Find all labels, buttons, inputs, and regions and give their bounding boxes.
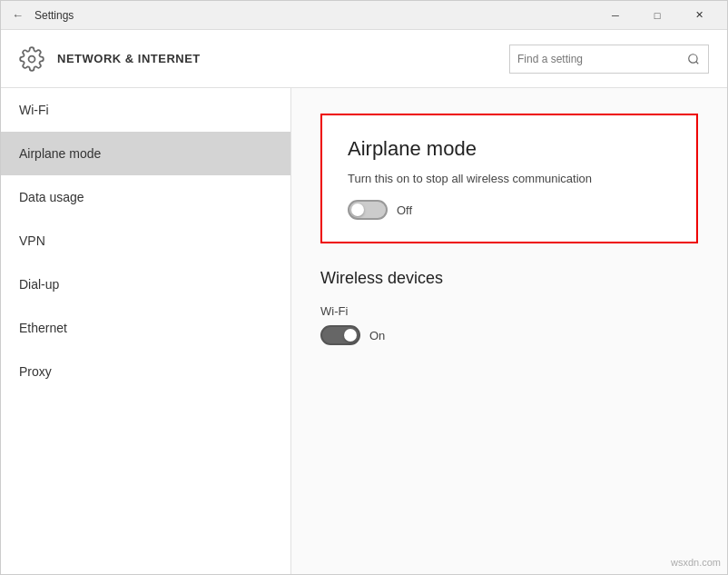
wifi-device-label: Wi-Fi <box>320 304 698 318</box>
sidebar-item-datausage[interactable]: Data usage <box>1 175 290 219</box>
airplane-toggle-label: Off <box>397 203 412 217</box>
main-panel: Airplane mode Turn this on to stop all w… <box>291 88 727 574</box>
sidebar-item-airplane[interactable]: Airplane mode <box>1 132 290 175</box>
title-bar-title: Settings <box>34 9 74 22</box>
airplane-toggle-track <box>348 200 388 220</box>
settings-icon <box>19 46 44 72</box>
search-icon <box>679 45 708 74</box>
close-button[interactable]: ✕ <box>678 1 720 30</box>
watermark: wsxdn.com <box>671 557 721 568</box>
sidebar-item-vpn[interactable]: VPN <box>1 219 290 263</box>
sidebar-item-dialup[interactable]: Dial-up <box>1 263 290 306</box>
airplane-mode-description: Turn this on to stop all wireless commun… <box>348 172 671 185</box>
wifi-device: Wi-Fi On <box>320 304 698 345</box>
svg-point-1 <box>689 54 697 62</box>
sidebar: Wi-Fi Airplane mode Data usage VPN Dial-… <box>1 88 291 574</box>
wifi-toggle[interactable] <box>320 325 360 345</box>
svg-line-2 <box>696 61 699 64</box>
header: NETWORK & INTERNET <box>1 30 727 88</box>
search-box <box>509 45 709 74</box>
wireless-devices-title: Wireless devices <box>320 269 698 288</box>
wifi-toggle-track <box>320 325 360 345</box>
title-bar-controls: ─ □ ✕ <box>595 1 720 30</box>
airplane-mode-title: Airplane mode <box>348 137 671 161</box>
settings-window: ← Settings ─ □ ✕ NETWORK & INTERNET <box>0 0 728 575</box>
wifi-toggle-row: On <box>320 325 698 345</box>
airplane-toggle-row: Off <box>348 200 671 220</box>
search-input[interactable] <box>510 53 679 65</box>
sidebar-item-proxy[interactable]: Proxy <box>1 350 290 393</box>
back-button[interactable]: ← <box>8 6 27 24</box>
airplane-mode-toggle[interactable] <box>348 200 388 220</box>
airplane-toggle-knob <box>351 203 364 216</box>
svg-point-0 <box>29 55 35 62</box>
airplane-mode-card: Airplane mode Turn this on to stop all w… <box>320 114 698 243</box>
header-title: NETWORK & INTERNET <box>57 52 497 65</box>
sidebar-item-ethernet[interactable]: Ethernet <box>1 306 290 350</box>
wifi-toggle-label: On <box>369 329 385 342</box>
minimize-button[interactable]: ─ <box>595 1 636 30</box>
maximize-button[interactable]: □ <box>636 1 678 30</box>
title-bar-left: ← Settings <box>8 6 595 24</box>
title-bar: ← Settings ─ □ ✕ <box>1 1 727 30</box>
sidebar-item-wifi[interactable]: Wi-Fi <box>1 88 290 132</box>
wifi-toggle-knob <box>344 329 357 342</box>
content-area: Wi-Fi Airplane mode Data usage VPN Dial-… <box>1 88 727 574</box>
wireless-devices-section: Wireless devices Wi-Fi On <box>320 269 698 345</box>
